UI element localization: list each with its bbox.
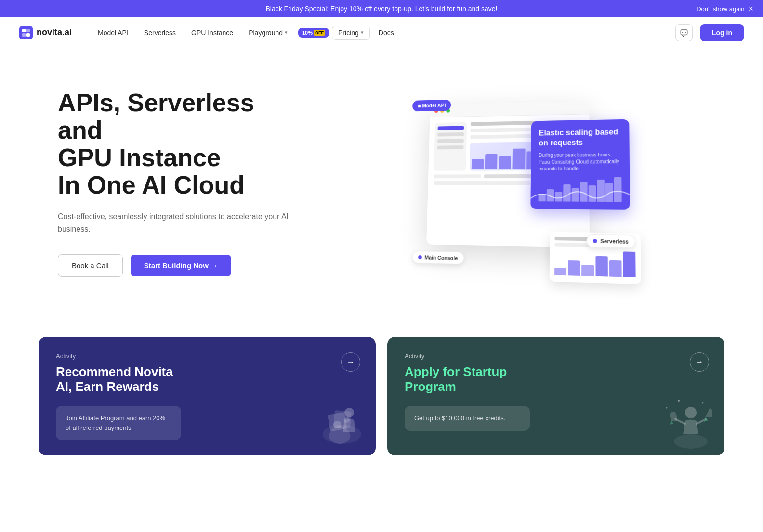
pricing-with-badge: 10% OFF Pricing ▾ [298,26,370,40]
activity-label-2: Activity [405,352,707,360]
elastic-wave [530,189,630,204]
chart-bar [499,156,511,169]
start-building-button[interactable]: Start Building Now → [131,255,231,276]
activity-title-2: Apply for Startup Program [405,364,539,394]
svg-rect-4 [26,33,30,37]
puzzle-icon [299,386,366,454]
svg-point-17 [678,400,680,402]
activities-section: Activity Recommend Novita AI, Earn Rewar… [0,337,763,455]
nav-pricing[interactable]: Pricing ▾ [332,26,370,40]
svg-point-18 [702,402,704,404]
svg-point-15 [674,434,708,449]
hero-content: APIs, Serverless and GPU Instance In One… [58,89,289,277]
svg-rect-1 [22,29,26,32]
banner-dismiss-text[interactable]: Don't show again [697,5,744,13]
illustration-container: ■ Model API Elastic scaling based on req… [398,80,641,289]
activity-card-startup[interactable]: Activity Apply for Startup Program → Get… [387,337,724,455]
svg-point-16 [685,407,697,418]
activity-info-text-1: Join Affiliate Program and earn 20% of a… [66,414,171,432]
close-icon[interactable]: × [748,4,753,13]
hero-illustration: ■ Model API Elastic scaling based on req… [289,77,744,289]
main-console-dot [418,255,422,259]
logo-text: novita.ai [37,27,72,38]
svg-point-6 [682,32,683,33]
logo[interactable]: novita.ai [19,26,72,39]
activity-title-1: Recommend Novita AI, Earn Rewards [56,364,191,394]
svg-rect-3 [22,33,26,37]
nav-gpu-instance[interactable]: GPU Instance [184,26,240,39]
main-console-badge-text: Main Console [424,254,458,261]
activity-arrow-2[interactable]: → [690,352,709,372]
discount-off-text: OFF [314,30,325,36]
elastic-card-desc: During your peak business hours, Paou Co… [539,151,621,172]
hero-title: APIs, Serverless and GPU Instance In One… [58,89,289,199]
sidebar-item [437,132,464,136]
model-api-badge: ■ Model API [412,100,451,112]
serverless-badge-text: Serverless [600,238,629,245]
elastic-scaling-card: Elastic scaling based on requests During… [530,119,630,210]
hero-section: APIs, Serverless and GPU Instance In One… [0,48,763,318]
activity-arrow-1[interactable]: → [341,352,360,372]
promo-banner: Black Friday Special: Enjoy 10% off ever… [0,0,763,17]
sidebar-item [437,145,464,149]
nav-links: Model API Serverless GPU Instance Playgr… [91,26,675,40]
nav-serverless[interactable]: Serverless [137,26,183,39]
svg-rect-2 [26,29,30,32]
hero-buttons: Book a Call Start Building Now → [58,254,289,277]
sidebar-item-active [438,126,464,130]
svg-point-8 [685,32,686,33]
serverless-badge: Serverless [587,234,635,248]
banner-text: Black Friday Special: Enjoy 10% off ever… [265,5,497,13]
svg-point-19 [666,407,668,409]
nav-model-api[interactable]: Model API [91,26,135,39]
rocket-person-icon [647,386,715,454]
activity-info-box-2: Get up to $10,000 in free credits. [405,406,530,431]
hero-subtitle: Cost-effective, seamlessly integrated so… [58,210,289,235]
nav-playground[interactable]: Playground ▾ [242,26,294,39]
chevron-down-icon: ▾ [285,29,288,36]
sidebar-item [437,139,464,143]
discount-percent: 10% [302,30,313,36]
svg-point-14 [344,408,354,417]
activity-card-recommend[interactable]: Activity Recommend Novita AI, Earn Rewar… [39,337,376,455]
activity-label-1: Activity [56,352,358,360]
svg-rect-0 [19,26,33,39]
screen-sidebar [434,122,467,171]
activity-illustration-2 [647,386,715,455]
nav-docs[interactable]: Docs [372,26,401,39]
discount-badge: 10% OFF [298,28,329,38]
login-button[interactable]: Log in [700,24,744,41]
chevron-down-icon: ▾ [361,29,364,36]
activity-info-box-1: Join Affiliate Program and earn 20% of a… [56,406,181,440]
chat-support-icon[interactable] [675,24,693,41]
main-console-badge: Main Console [412,251,464,264]
activity-illustration-1 [299,386,366,455]
svg-point-7 [684,32,684,33]
banner-dismiss[interactable]: Don't show again × [697,4,753,13]
logo-icon [19,26,33,39]
chart-bar [485,154,498,169]
chart-bar [472,159,484,169]
activity-info-text-2: Get up to $10,000 in free credits. [414,414,520,423]
navbar: novita.ai Model API Serverless GPU Insta… [0,17,763,48]
book-call-button[interactable]: Book a Call [58,254,123,277]
chat-icon [680,28,688,37]
elastic-card-title: Elastic scaling based on requests [539,127,621,148]
nav-right: Log in [675,24,744,41]
chart-bar [513,149,525,169]
serverless-dot [593,239,597,243]
